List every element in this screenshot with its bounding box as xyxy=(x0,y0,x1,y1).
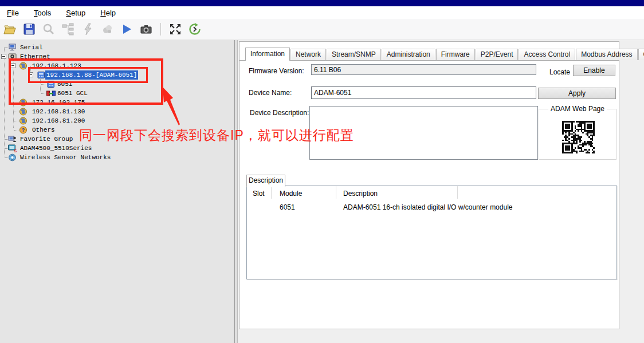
menu-bar: File Tools Setup Help xyxy=(0,6,644,19)
sync-icon xyxy=(100,22,114,36)
adam-web-page-title: ADAM Web Page xyxy=(548,105,607,113)
tree-row: 192.168.81.200 xyxy=(0,116,234,125)
tree-item-wireless-sensor-networks[interactable]: Wireless Sensor Networks xyxy=(20,153,111,162)
window-title-bar xyxy=(0,0,644,6)
favorite-group-icon xyxy=(8,135,17,143)
adam4500-icon: 5 xyxy=(8,144,17,152)
tree-item-others[interactable]: Others xyxy=(32,125,55,135)
device-config-panel: Information Network Stream/SNMP Administ… xyxy=(239,41,619,329)
tab-administration[interactable]: Administration xyxy=(382,49,435,60)
annotation-text: 同一网段下会搜索到设备IP，就可以进行配置 xyxy=(79,127,354,144)
cell-module: 6051 xyxy=(280,203,295,211)
tab-modbus-address[interactable]: Modbus Address xyxy=(576,49,637,60)
tree-item-ip-192-168-81-130[interactable]: 192.168.81.130 xyxy=(32,107,85,116)
tab-cloud[interactable]: Cloud xyxy=(638,49,644,60)
adam-web-page-group: ADAM Web Page xyxy=(539,109,616,160)
tab-information[interactable]: Information xyxy=(245,48,290,61)
tree-item-serial[interactable]: Serial xyxy=(20,43,43,52)
refresh-icon[interactable] xyxy=(188,22,202,36)
save-icon[interactable] xyxy=(22,22,36,36)
tree-row: 5 ADAM4500_5510Series xyxy=(0,144,234,153)
firmware-version-label: Firmware Version: xyxy=(249,67,304,75)
tree-item-adam4500-series[interactable]: ADAM4500_5510Series xyxy=(20,144,92,153)
camera-icon[interactable] xyxy=(139,22,153,36)
expander-minus[interactable] xyxy=(1,54,6,59)
device-name-label: Device Name: xyxy=(249,89,292,97)
tab-network[interactable]: Network xyxy=(290,49,326,60)
globe-icon xyxy=(19,108,28,116)
toolbar xyxy=(0,19,644,40)
panel-splitter[interactable] xyxy=(234,40,238,343)
serial-monitor-icon xyxy=(8,44,17,52)
play-icon[interactable] xyxy=(120,22,133,36)
qr-code xyxy=(562,121,595,153)
toolbar-separator xyxy=(160,23,161,36)
tree-row: Serial xyxy=(0,43,234,52)
device-description-label: Device Description: xyxy=(250,109,309,117)
tree-item-favorite-group[interactable]: Favorite Group xyxy=(20,135,73,144)
globe-icon xyxy=(19,117,28,125)
apply-button[interactable]: Apply xyxy=(538,88,616,99)
tree-row: 192.168.81.130 xyxy=(0,107,234,116)
topology-icon xyxy=(61,22,75,36)
annotation-arrow xyxy=(155,83,186,129)
tree-row: Wireless Sensor Networks xyxy=(0,153,234,162)
firmware-version-field[interactable] xyxy=(311,64,536,75)
cell-description: ADAM-6051 16-ch isolated digital I/O w/c… xyxy=(343,203,512,211)
config-tabstrip: Information Network Stream/SNMP Administ… xyxy=(239,48,619,61)
tab-firmware[interactable]: Firmware xyxy=(436,49,475,60)
locate-label: Locate xyxy=(549,68,570,76)
menu-setup[interactable]: Setup xyxy=(58,9,93,17)
flash-icon xyxy=(81,22,95,36)
menu-tools[interactable]: Tools xyxy=(26,9,58,17)
annotation-rectangle-inner xyxy=(28,67,148,83)
tree-item-ip-192-168-81-200[interactable]: 192.168.81.200 xyxy=(32,116,85,125)
menu-file[interactable]: File xyxy=(0,9,26,17)
open-folder-icon[interactable] xyxy=(3,22,17,36)
module-list: Slot Module Description 6051 ADAM-6051 1… xyxy=(246,186,617,279)
svg-text:5: 5 xyxy=(14,148,17,153)
tab-p2p-event[interactable]: P2P/Event xyxy=(476,49,519,60)
wireless-network-icon xyxy=(8,153,17,161)
column-header-description[interactable]: Description xyxy=(343,190,378,198)
column-header-module[interactable]: Module xyxy=(280,190,302,198)
search-icon xyxy=(42,22,56,36)
locate-enable-button[interactable]: Enable xyxy=(573,65,615,76)
tab-access-control[interactable]: Access Control xyxy=(519,49,575,60)
column-header-slot[interactable]: Slot xyxy=(253,190,265,198)
tab-stream-snmp[interactable]: Stream/SNMP xyxy=(327,49,381,60)
others-question-icon: ? xyxy=(19,126,28,134)
expand-icon[interactable] xyxy=(168,22,182,36)
tab-description[interactable]: Description xyxy=(246,175,285,187)
svg-text:?: ? xyxy=(22,128,25,133)
menu-help[interactable]: Help xyxy=(93,9,123,17)
device-name-field[interactable] xyxy=(311,86,536,99)
